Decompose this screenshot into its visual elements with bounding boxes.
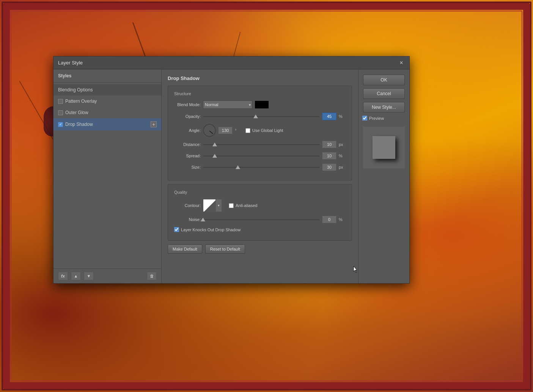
- size-input[interactable]: [322, 163, 336, 171]
- size-label: Size:: [174, 165, 201, 169]
- use-global-light-wrap[interactable]: Use Global Light: [245, 128, 283, 133]
- preview-square: [373, 136, 395, 159]
- spread-unit: %: [339, 154, 346, 158]
- distance-label: Distance:: [174, 142, 201, 147]
- preview-wrap[interactable]: Preview: [362, 116, 384, 121]
- layer-knocks-label: Layer Knocks Out Drop Shadow: [181, 227, 241, 232]
- layer-knocks-checkbox[interactable]: [174, 227, 179, 232]
- size-slider-track: [203, 167, 320, 168]
- spread-slider-track: [203, 155, 320, 157]
- contour-label: Contour:: [174, 203, 201, 208]
- distance-slider-container[interactable]: [203, 142, 320, 147]
- opacity-slider-thumb[interactable]: [253, 114, 258, 118]
- opacity-slider-container[interactable]: [203, 114, 320, 119]
- outer-glow-checkbox[interactable]: [58, 110, 63, 115]
- outer-glow-label: Outer Glow: [65, 110, 88, 115]
- blend-mode-row: Blend Mode: Normal Multiply Screen Overl…: [174, 100, 346, 109]
- size-row: Size: px: [174, 163, 346, 171]
- sidebar-item-blending-options[interactable]: Blending Options: [53, 84, 161, 96]
- noise-row: Noise: %: [174, 216, 346, 223]
- preview-checkbox[interactable]: [362, 116, 367, 121]
- sidebar-item-drop-shadow[interactable]: Drop Shadow +: [53, 118, 161, 130]
- noise-input[interactable]: [322, 216, 336, 223]
- styles-panel: Styles Blending Options Pattern Overlay …: [53, 69, 162, 283]
- cancel-button[interactable]: Cancel: [363, 88, 405, 99]
- angle-dial[interactable]: [203, 124, 216, 137]
- spread-row: Spread: %: [174, 152, 346, 160]
- fx-button[interactable]: fx: [58, 272, 68, 280]
- contour-dropdown-button[interactable]: ▾: [216, 199, 222, 212]
- angle-label: Angle:: [174, 128, 201, 133]
- opacity-input[interactable]: [322, 113, 336, 120]
- contour-preview[interactable]: [203, 199, 216, 212]
- dialog-title-bar: Layer Style ×: [53, 56, 409, 69]
- opacity-row: Opacity: %: [174, 113, 346, 120]
- opacity-unit: %: [339, 114, 346, 119]
- dialog-title: Layer Style: [58, 60, 83, 66]
- quality-title: Quality: [174, 190, 346, 194]
- reset-to-default-button[interactable]: Reset to Default: [205, 245, 245, 254]
- noise-slider-container[interactable]: [203, 217, 320, 222]
- preview-area: [363, 127, 405, 168]
- sidebar-item-pattern-overlay[interactable]: Pattern Overlay: [53, 96, 161, 107]
- blending-options-label: Blending Options: [58, 87, 93, 93]
- preview-label: Preview: [369, 116, 384, 121]
- contour-select-wrap: ▾: [203, 199, 222, 212]
- make-default-button[interactable]: Make Default: [168, 245, 202, 254]
- blend-mode-select-wrapper[interactable]: Normal Multiply Screen Overlay: [203, 100, 252, 109]
- size-unit: px: [339, 165, 346, 169]
- distance-row: Distance: px: [174, 141, 346, 148]
- shadow-color-swatch[interactable]: [255, 100, 269, 109]
- noise-slider-thumb[interactable]: [201, 218, 205, 221]
- noise-label: Noise:: [174, 217, 201, 222]
- quality-section: Quality Contour: ▾: [168, 184, 352, 241]
- angle-row: Angle: ° Use Global Light: [174, 124, 346, 137]
- spread-slider-container[interactable]: [203, 153, 320, 158]
- drop-shadow-title: Drop Shadow: [168, 75, 352, 81]
- angle-input[interactable]: [218, 127, 233, 134]
- noise-unit: %: [339, 217, 346, 222]
- move-up-button[interactable]: ▲: [71, 272, 81, 280]
- spread-input[interactable]: [322, 152, 336, 160]
- anti-aliased-checkbox[interactable]: [229, 203, 234, 208]
- anti-aliased-label: Anti-aliased: [236, 203, 257, 208]
- blend-mode-label: Blend Mode:: [174, 102, 201, 107]
- layer-knocks-wrap[interactable]: Layer Knocks Out Drop Shadow: [174, 227, 241, 232]
- settings-panel: Drop Shadow Structure Blend Mode: Normal…: [162, 69, 358, 283]
- close-button[interactable]: ×: [398, 60, 405, 66]
- angle-unit: °: [235, 128, 242, 133]
- opacity-slider-track: [203, 116, 320, 117]
- contour-row: Contour: ▾ Anti-aliased: [174, 199, 346, 212]
- default-buttons-row: Make Default Reset to Default: [168, 245, 352, 254]
- anti-aliased-wrap[interactable]: Anti-aliased: [229, 203, 257, 208]
- add-effect-button[interactable]: +: [151, 121, 157, 127]
- drop-shadow-label: Drop Shadow: [65, 122, 93, 127]
- preview-row: Preview: [362, 116, 384, 121]
- styles-header: Styles: [53, 69, 161, 81]
- layer-knocks-row: Layer Knocks Out Drop Shadow: [174, 227, 346, 232]
- size-slider-container[interactable]: [203, 165, 320, 170]
- spread-slider-thumb[interactable]: [212, 154, 217, 158]
- use-global-light-checkbox[interactable]: [245, 128, 250, 133]
- distance-slider-thumb[interactable]: [212, 143, 217, 146]
- blend-mode-select[interactable]: Normal Multiply Screen Overlay: [203, 100, 252, 109]
- delete-button[interactable]: 🗑: [147, 272, 157, 280]
- dialog-body: Styles Blending Options Pattern Overlay …: [53, 69, 409, 283]
- ok-button[interactable]: OK: [363, 75, 405, 85]
- structure-section: Structure Blend Mode: Normal Multiply Sc…: [168, 86, 352, 180]
- distance-input[interactable]: [322, 141, 336, 148]
- structure-title: Structure: [174, 91, 346, 96]
- styles-panel-footer: fx ▲ ▼ 🗑: [53, 268, 161, 283]
- drop-shadow-checkbox[interactable]: [58, 122, 63, 127]
- layer-style-dialog: Layer Style × Styles Blending Options Pa…: [53, 56, 410, 284]
- use-global-light-label: Use Global Light: [252, 128, 283, 133]
- distance-unit: px: [339, 142, 346, 147]
- move-down-button[interactable]: ▼: [84, 272, 94, 280]
- size-slider-thumb[interactable]: [236, 165, 240, 169]
- sidebar-item-outer-glow[interactable]: Outer Glow: [53, 107, 161, 118]
- new-style-button[interactable]: New Style...: [363, 102, 405, 113]
- pattern-overlay-checkbox[interactable]: [58, 99, 63, 104]
- pattern-overlay-label: Pattern Overlay: [65, 99, 97, 104]
- noise-slider-track: [203, 219, 320, 220]
- opacity-label: Opacity:: [174, 114, 201, 119]
